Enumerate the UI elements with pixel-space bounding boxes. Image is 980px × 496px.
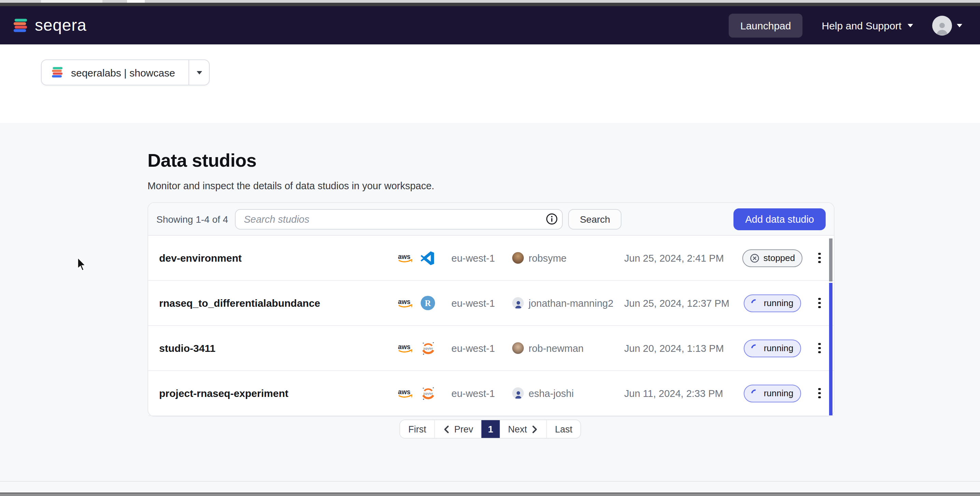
scrollbar-thumb[interactable] [829,238,832,281]
created-date: Jun 25, 2024, 2:41 PM [624,252,740,263]
rstudio-icon: R [420,295,436,311]
data-studios-card: Showing 1-4 of 4 Search Add data studio [148,202,835,417]
chevron-right-icon [532,424,538,434]
table-row[interactable]: rnaseq_to_differentialabundance aws R eu… [148,281,834,326]
row-menu-button[interactable] [814,384,825,403]
launchpad-button[interactable]: Launchpad [729,13,803,37]
brand-name: seqera [35,17,87,33]
aws-icon: aws [397,388,415,399]
pagination-next-label: Next [508,424,527,434]
workspace-name: seqeralabs | showcase [71,67,175,78]
status-badge: running [744,384,801,402]
studio-name: rnaseq_to_differentialabundance [159,297,397,309]
stopped-icon [750,253,759,263]
table-row[interactable]: studio-3411 aws jupyter eu-west-1 [148,326,834,371]
pagination-prev-label: Prev [454,424,473,434]
pagination-first[interactable]: First [400,420,435,438]
status-badge: running [744,294,801,312]
search-input[interactable] [235,214,542,225]
add-data-studio-button[interactable]: Add data studio [733,208,826,230]
table-row[interactable]: dev-environment aws eu-west-1 robsyme [148,236,834,281]
aws-icon: aws [397,297,415,309]
chevron-down-icon [957,24,962,27]
browser-top-edge [0,0,980,3]
search-button[interactable]: Search [568,209,622,229]
header-area: seqeralabs | showcase Launchpad Runs Act… [0,45,980,123]
jupyter-icon: jupyter [420,385,436,401]
chevron-down-icon [197,71,202,74]
workspace-selector[interactable]: seqeralabs | showcase [41,59,210,85]
created-date: Jun 25, 2024, 12:37 PM [624,298,740,308]
vscode-icon [420,250,435,265]
status-badge: stopped [742,249,803,267]
chevron-down-icon [908,24,913,27]
region: eu-west-1 [452,388,512,399]
svg-text:aws: aws [398,253,410,260]
seqera-logo[interactable]: seqera [12,17,87,33]
search-input-group [235,209,563,229]
help-label: Help and Support [822,19,902,31]
user-name: esha-joshi [528,388,574,399]
pagination: First Prev 1 Next Last [399,419,582,439]
table-row[interactable]: project-rnaseq-experiment aws jupyter eu… [148,371,834,416]
browser-window-edge [0,3,980,6]
user-menu[interactable] [932,15,962,35]
workspace-dropdown-toggle[interactable] [189,60,209,85]
pagination-next[interactable]: Next [500,420,546,438]
app-root: seqera Launchpad Help and Support [0,0,980,496]
row-menu-button[interactable] [814,248,825,268]
page-subtitle: Monitor and inspect the details of data … [148,180,434,191]
search-info-button[interactable] [542,209,562,229]
svg-text:jupyter: jupyter [423,391,433,395]
status-label: running [764,388,794,398]
page-title: Data studios [148,150,256,171]
jupyter-icon: jupyter [420,340,436,356]
user-name: rob-newman [528,343,584,354]
avatar [932,15,952,35]
footer-divider [0,481,980,482]
scrollbar-track[interactable] [829,283,832,415]
status-label: running [764,343,794,353]
svg-text:jupyter: jupyter [423,346,433,350]
row-menu-button[interactable] [814,338,825,358]
user-cell: jonathan-manning2 [512,297,624,309]
aws-icon: aws [397,252,415,264]
status-label: running [764,298,794,308]
studio-name: project-rnaseq-experiment [159,388,397,399]
status-badge: running [744,339,801,357]
created-date: Jun 11, 2024, 2:33 PM [624,388,740,399]
chevron-left-icon [443,424,449,434]
info-icon [546,212,558,225]
aws-icon: aws [397,342,415,354]
pagination-current-page[interactable]: 1 [482,420,500,438]
region: eu-west-1 [452,343,512,354]
seqera-logo-icon [12,18,29,33]
browser-bottom-edge [0,493,980,496]
row-menu-button[interactable] [814,293,825,313]
user-cell: esha-joshi [512,388,624,399]
user-avatar [512,252,524,264]
seqera-mark-icon [51,66,64,78]
help-and-support-menu[interactable]: Help and Support [822,19,913,31]
main-content: Data studios Monitor and inspect the det… [0,123,980,496]
showing-count: Showing 1-4 of 4 [156,214,228,225]
pagination-last[interactable]: Last [546,420,581,438]
user-name: robsyme [528,252,566,263]
user-avatar [512,388,524,399]
svg-text:aws: aws [398,388,410,396]
user-avatar [512,342,524,354]
studio-name: dev-environment [159,252,397,264]
pagination-prev[interactable]: Prev [435,420,482,438]
svg-text:aws: aws [398,343,410,351]
running-spinner-icon [750,297,762,309]
studio-name: studio-3411 [159,342,397,354]
table-toolbar: Showing 1-4 of 4 Search Add data studio [148,203,834,236]
svg-text:aws: aws [398,298,410,305]
user-cell: robsyme [512,252,624,264]
running-spinner-icon [750,342,762,354]
status-label: stopped [764,253,795,263]
created-date: Jun 20, 2024, 1:13 PM [624,343,740,354]
user-name: jonathan-manning2 [528,298,613,308]
running-spinner-icon [750,388,762,399]
region: eu-west-1 [452,298,512,308]
